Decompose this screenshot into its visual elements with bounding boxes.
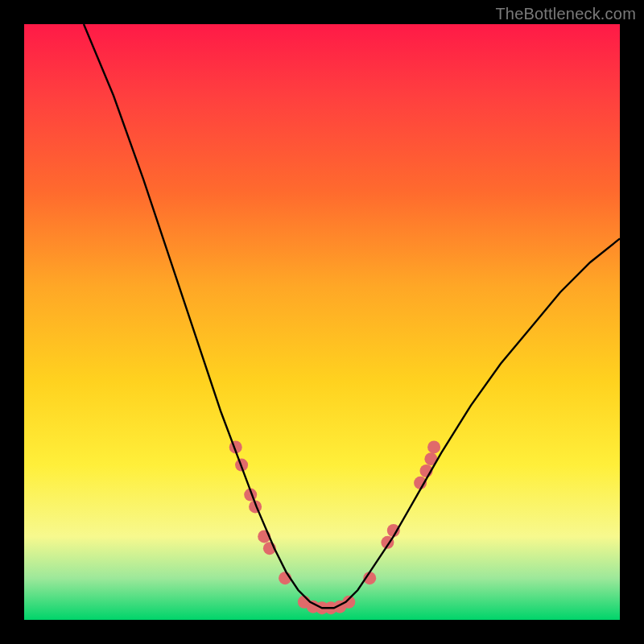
bottleneck-curve xyxy=(84,24,620,608)
chart-frame: TheBottleneck.com xyxy=(0,0,644,644)
markers-layer xyxy=(229,440,440,614)
plot-area xyxy=(24,24,620,620)
curve-svg xyxy=(24,24,620,620)
data-point-marker xyxy=(427,440,440,453)
watermark-text: TheBottleneck.com xyxy=(495,5,636,23)
